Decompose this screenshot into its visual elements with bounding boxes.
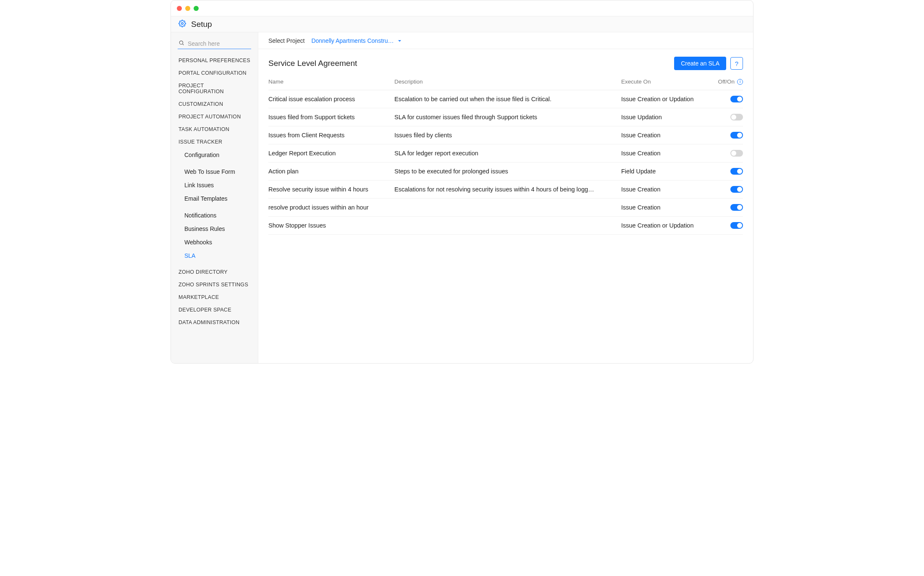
sidebar-section[interactable]: ZOHO DIRECTORY [171, 266, 258, 278]
cell-execute-on: Issue Creation [621, 150, 709, 157]
page-app-title: Setup [191, 20, 212, 29]
sidebar-section[interactable]: TASK AUTOMATION [171, 123, 258, 136]
sidebar-section[interactable]: DATA ADMINISTRATION [171, 316, 258, 329]
sidebar-item[interactable]: Link Issues [171, 178, 258, 192]
gear-icon [178, 20, 186, 29]
toggle-switch[interactable] [730, 204, 743, 211]
sla-table: Name Description Execute On Off/On i Cri… [258, 75, 753, 363]
body: PERSONAL PREFERENCESPORTAL CONFIGURATION… [171, 32, 753, 363]
toggle-switch[interactable] [730, 96, 743, 102]
cell-execute-on: Issue Creation or Updation [621, 96, 709, 102]
cell-name: Issues filed from Support tickets [268, 114, 394, 120]
close-window-icon[interactable] [177, 6, 182, 11]
cell-description: SLA for customer issues filed through Su… [394, 114, 621, 120]
sidebar-section[interactable]: PERSONAL PREFERENCES [171, 54, 258, 67]
cell-name: Critical issue escalation process [268, 96, 394, 102]
traffic-lights [177, 6, 199, 11]
cell-execute-on: Issue Creation [621, 186, 709, 193]
mac-titlebar [171, 0, 753, 16]
table-header-row: Name Description Execute On Off/On i [268, 75, 743, 90]
table-row[interactable]: Critical issue escalation processEscalat… [268, 90, 743, 108]
table-row[interactable]: resolve product issues within an hourIss… [268, 199, 743, 217]
sidebar-section[interactable]: MARKETPLACE [171, 291, 258, 304]
toggle-switch[interactable] [730, 114, 743, 120]
project-dropdown[interactable]: Donnelly Apartments Constru… [311, 37, 402, 44]
cell-name: Action plan [268, 168, 394, 175]
sidebar-section[interactable]: ZOHO SPRINTS SETTINGS [171, 278, 258, 291]
cell-description: SLA for ledger report execution [394, 150, 621, 157]
nav-gap [171, 162, 258, 165]
cell-execute-on: Issue Creation or Updation [621, 222, 709, 229]
table-row[interactable]: Resolve security issue within 4 hoursEsc… [268, 181, 743, 199]
th-name: Name [268, 79, 394, 85]
cell-execute-on: Issue Creation [621, 204, 709, 211]
table-row[interactable]: Action planSteps to be executed for prol… [268, 162, 743, 181]
cell-execute-on: Field Update [621, 168, 709, 175]
cell-description: Escalation to be carried out when the is… [394, 96, 621, 102]
cell-description: Steps to be executed for prolonged issue… [394, 168, 621, 175]
th-execute-on: Execute On [621, 79, 709, 85]
chevron-down-icon [398, 37, 402, 44]
cell-name: Show Stopper Issues [268, 222, 394, 229]
sidebar-section[interactable]: CUSTOMIZATION [171, 98, 258, 110]
main: Select Project Donnelly Apartments Const… [258, 32, 753, 363]
sidebar-item[interactable]: Notifications [171, 209, 258, 222]
toggle-switch[interactable] [730, 222, 743, 229]
toggle-knob [737, 223, 742, 228]
toggle-switch[interactable] [730, 186, 743, 193]
th-off-on-label: Off/On [718, 79, 735, 85]
create-sla-button[interactable]: Create an SLA [674, 57, 726, 70]
info-icon[interactable]: i [737, 79, 743, 85]
app-window: Setup PERSONAL PREFERENCESPORTAL CONFIGU… [171, 0, 753, 364]
sidebar-item[interactable]: Configuration [171, 148, 258, 162]
sidebar-nav: PERSONAL PREFERENCESPORTAL CONFIGURATION… [171, 54, 258, 329]
page-header: Service Level Agreement Create an SLA ? [258, 49, 753, 75]
page-title: Service Level Agreement [268, 59, 357, 68]
search-icon [178, 40, 184, 47]
table-row[interactable]: Ledger Report ExecutionSLA for ledger re… [268, 144, 743, 162]
project-selected-value: Donnelly Apartments Constru… [311, 37, 394, 44]
cell-name: Issues from Client Requests [268, 132, 394, 139]
cell-execute-on: Issue Updation [621, 114, 709, 120]
sidebar-item[interactable]: Business Rules [171, 222, 258, 236]
table-body: Critical issue escalation processEscalat… [268, 90, 743, 235]
th-description: Description [394, 79, 621, 85]
project-selector-bar: Select Project Donnelly Apartments Const… [258, 32, 753, 49]
cell-name: resolve product issues within an hour [268, 204, 394, 211]
search-wrap [171, 37, 258, 54]
cell-name: Resolve security issue within 4 hours [268, 186, 394, 193]
search-field[interactable] [178, 38, 251, 49]
sidebar-item[interactable]: Email Templates [171, 192, 258, 205]
maximize-window-icon[interactable] [194, 6, 199, 11]
th-off-on: Off/On i [709, 79, 743, 85]
sidebar-section[interactable]: PROJECT CONFIGURATION [171, 79, 258, 98]
minimize-window-icon[interactable] [185, 6, 190, 11]
toggle-knob [731, 151, 736, 156]
page-actions: Create an SLA ? [674, 57, 743, 70]
toggle-switch[interactable] [730, 132, 743, 139]
cell-name: Ledger Report Execution [268, 150, 394, 157]
table-row[interactable]: Show Stopper IssuesIssue Creation or Upd… [268, 217, 743, 235]
sidebar-section[interactable]: PORTAL CONFIGURATION [171, 67, 258, 79]
search-input[interactable] [188, 40, 250, 47]
cell-description: Escalations for not resolving security i… [394, 186, 621, 193]
sidebar-section[interactable]: ISSUE TRACKER [171, 136, 258, 148]
toggle-switch[interactable] [730, 150, 743, 157]
toggle-knob [737, 205, 742, 210]
table-row[interactable]: Issues filed from Support ticketsSLA for… [268, 108, 743, 126]
nav-gap [171, 262, 258, 266]
sidebar-item[interactable]: SLA [171, 249, 258, 262]
help-button[interactable]: ? [730, 57, 743, 70]
toggle-knob [737, 97, 742, 102]
sidebar-item[interactable]: Web To Issue Form [171, 165, 258, 178]
sidebar-section[interactable]: DEVELOPER SPACE [171, 304, 258, 316]
table-row[interactable]: Issues from Client RequestsIssues filed … [268, 126, 743, 144]
sidebar: PERSONAL PREFERENCESPORTAL CONFIGURATION… [171, 32, 258, 363]
sidebar-section[interactable]: PROJECT AUTOMATION [171, 110, 258, 123]
toggle-knob [737, 133, 742, 138]
toggle-knob [731, 115, 736, 120]
toggle-knob [737, 187, 742, 192]
project-label: Select Project [268, 37, 304, 44]
toggle-switch[interactable] [730, 168, 743, 175]
sidebar-item[interactable]: Webhooks [171, 236, 258, 249]
